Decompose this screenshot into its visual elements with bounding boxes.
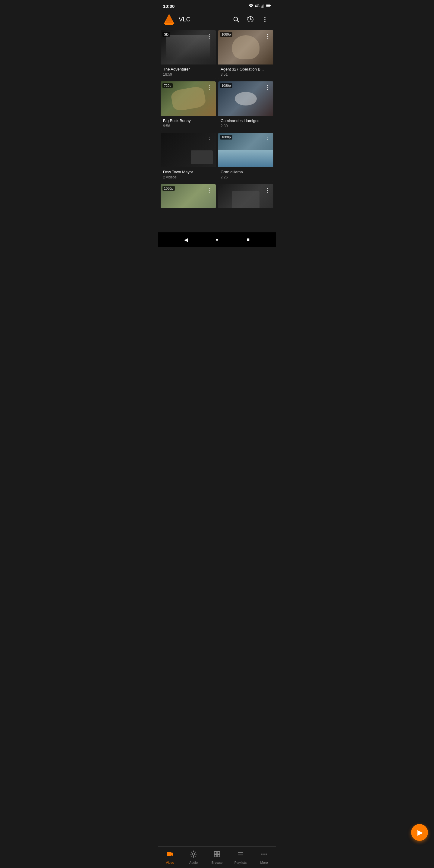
svg-point-18 — [192, 853, 195, 855]
more-options-button[interactable] — [259, 13, 271, 25]
bottom-nav: Video Audio Browse Playlists — [158, 846, 276, 868]
video-info-adventurer: The Adventurer 18:59 — [161, 64, 216, 79]
status-time: 10:00 — [163, 4, 175, 9]
quality-badge-720-bunny: 720p — [162, 83, 173, 88]
app-bar-actions — [230, 13, 271, 25]
card-more-last[interactable]: ⋮ — [262, 185, 272, 195]
svg-point-22 — [261, 854, 262, 855]
app-title: VLC — [179, 16, 226, 23]
video-nav-icon — [166, 850, 174, 860]
nav-item-playlists[interactable]: Playlists — [229, 846, 252, 868]
card-more-grandillama[interactable]: ⋮ — [262, 134, 272, 144]
search-button[interactable] — [230, 13, 242, 25]
video-card-agent327[interactable]: 1080p ⋮ Agent 327 Operation B... 3:51 — [218, 30, 273, 79]
svg-rect-5 — [270, 5, 271, 6]
video-info-bunny: Big Buck Bunny 9:56 — [161, 116, 216, 130]
video-title-caminandes: Caminandes Llamigos — [221, 119, 271, 123]
svg-marker-8 — [165, 14, 173, 21]
thumbnail-grandillama: 1080p ⋮ — [218, 133, 273, 167]
home-button[interactable]: ● — [213, 235, 221, 244]
thumbnail-dewtown: ⋮ — [161, 133, 216, 167]
svg-line-13 — [237, 21, 239, 22]
quality-badge-1080-agent: 1080p — [220, 32, 232, 37]
status-icons: 4G — [249, 4, 271, 9]
svg-rect-6 — [267, 5, 270, 7]
video-meta-grandillama: 2:26 — [221, 175, 271, 179]
video-card-caminandes[interactable]: 1080p ⋮ Caminandes Llamigos 2:30 — [218, 82, 273, 130]
thumbnail-adventurer: SD ⋮ — [161, 30, 216, 64]
thumbnail-bunny: 720p ⋮ — [161, 82, 216, 116]
4g-icon: 4G — [255, 4, 259, 8]
video-card-adventurer[interactable]: SD ⋮ The Adventurer 18:59 — [161, 30, 216, 79]
vlc-logo — [163, 13, 175, 25]
video-meta-agent327: 3:51 — [221, 72, 271, 76]
video-card-last[interactable]: ⋮ — [218, 184, 273, 208]
video-title-grandillama: Gran dillama — [221, 170, 271, 174]
nav-label-more: More — [260, 861, 268, 864]
svg-rect-3 — [264, 4, 264, 7]
card-more-adventurer[interactable]: ⋮ — [205, 31, 215, 41]
card-more-dewtown[interactable]: ⋮ — [205, 134, 215, 144]
video-title-dewtown: Dew Town Mayor — [163, 170, 213, 174]
status-bar: 10:00 4G — [158, 0, 276, 11]
thumbnail-agent327: 1080p ⋮ — [218, 30, 273, 64]
nav-label-browse: Browse — [212, 861, 223, 864]
svg-point-16 — [264, 21, 266, 22]
video-card-llama[interactable]: 1080p ⋮ — [161, 184, 216, 208]
video-meta-bunny: 9:56 — [163, 124, 213, 128]
system-nav: ◀ ● ■ — [158, 232, 276, 247]
video-info-agent327: Agent 327 Operation B... 3:51 — [218, 64, 273, 79]
battery-icon — [266, 4, 271, 8]
svg-rect-17 — [167, 852, 172, 856]
history-button[interactable] — [244, 13, 256, 25]
video-grid: SD ⋮ The Adventurer 18:59 1080p ⋮ Agent … — [158, 28, 276, 232]
back-button[interactable]: ◀ — [181, 235, 190, 244]
svg-point-23 — [264, 854, 265, 855]
nav-item-browse[interactable]: Browse — [205, 846, 229, 868]
nav-item-audio[interactable]: Audio — [182, 846, 205, 868]
card-more-llama[interactable]: ⋮ — [205, 185, 215, 195]
svg-rect-10 — [165, 22, 173, 23]
video-info-grandillama: Gran dillama 2:26 — [218, 167, 273, 182]
quality-badge-1080-llama: 1080p — [162, 186, 175, 191]
video-info-dewtown: Dew Town Mayor 2 videos — [161, 167, 216, 182]
svg-point-14 — [264, 17, 266, 18]
video-card-dewtown[interactable]: ⋮ Dew Town Mayor 2 videos — [161, 133, 216, 182]
video-card-bunny[interactable]: 720p ⋮ Big Buck Bunny 9:56 — [161, 82, 216, 130]
svg-rect-2 — [262, 4, 263, 8]
video-title-bunny: Big Buck Bunny — [163, 119, 213, 123]
svg-point-24 — [266, 854, 267, 855]
video-meta-adventurer: 18:59 — [163, 72, 213, 76]
svg-rect-1 — [261, 5, 262, 8]
card-more-caminandes[interactable]: ⋮ — [262, 83, 272, 92]
playlists-nav-icon — [237, 850, 244, 860]
video-card-grandillama[interactable]: 1080p ⋮ Gran dillama 2:26 — [218, 133, 273, 182]
thumbnail-caminandes: 1080p ⋮ — [218, 82, 273, 116]
card-more-agent327[interactable]: ⋮ — [262, 31, 272, 41]
svg-rect-0 — [261, 6, 261, 8]
quality-badge-1080-caminandes: 1080p — [220, 83, 232, 88]
signal-icon — [261, 4, 265, 9]
card-more-bunny[interactable]: ⋮ — [205, 83, 215, 92]
audio-nav-icon — [190, 850, 197, 860]
svg-rect-9 — [165, 24, 173, 25]
video-info-caminandes: Caminandes Llamigos 2:30 — [218, 116, 273, 130]
nav-label-video: Video — [166, 861, 174, 864]
nav-label-audio: Audio — [189, 861, 198, 864]
video-meta-caminandes: 2:30 — [221, 124, 271, 128]
nav-item-more[interactable]: More — [252, 846, 276, 868]
more-nav-icon — [260, 850, 268, 860]
video-title-adventurer: The Adventurer — [163, 67, 213, 71]
wifi-icon — [249, 4, 253, 9]
nav-item-video[interactable]: Video — [158, 846, 182, 868]
quality-badge-1080-gran: 1080p — [220, 135, 232, 140]
thumbnail-llama: 1080p ⋮ — [161, 184, 216, 208]
video-title-agent327: Agent 327 Operation B... — [221, 67, 271, 71]
svg-point-15 — [264, 19, 266, 20]
svg-rect-11 — [166, 21, 172, 22]
app-bar: VLC — [158, 11, 276, 28]
nav-label-playlists: Playlists — [235, 861, 247, 864]
recent-button[interactable]: ■ — [244, 235, 253, 244]
thumbnail-last: ⋮ — [218, 184, 273, 208]
quality-badge-sd: SD — [162, 32, 170, 37]
